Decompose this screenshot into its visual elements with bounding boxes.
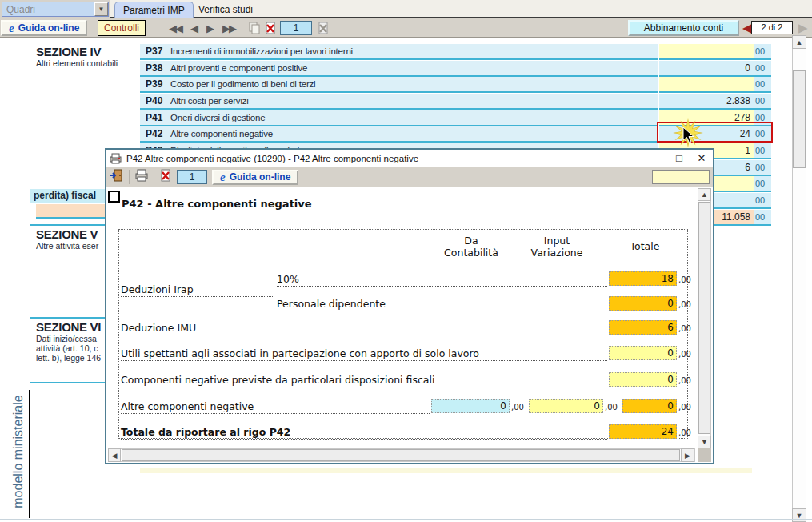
minimize-button[interactable]: – (646, 152, 668, 164)
controlli-button[interactable]: Controlli (98, 20, 146, 36)
row-decimals: 00 (754, 143, 771, 159)
close-icon: ✕ (698, 152, 706, 164)
row-code: P39 (140, 77, 170, 91)
dec-suffix: ,00 (605, 403, 618, 412)
column-header-da-contabilita: Da Contabilità (435, 235, 507, 259)
scrollbar-corner (698, 448, 711, 462)
nav-next-button[interactable]: ▶ (206, 22, 213, 34)
printer-form-icon (109, 153, 123, 164)
scroll-up-button[interactable]: ▲ (792, 35, 806, 49)
dialog-checkbox[interactable] (108, 191, 120, 203)
dialog-hscrollbar-thumb[interactable] (122, 449, 680, 461)
quadri-combobox[interactable]: Quadri ▼ (2, 2, 109, 17)
dec-suffix: ,00 (678, 376, 691, 385)
tab-parametri-imp[interactable]: Parametri IMP (114, 2, 194, 18)
nav-last-button[interactable]: ▶▶ (222, 22, 235, 34)
row-decimals: 00 (754, 77, 771, 93)
close-button[interactable]: ✕ (690, 152, 713, 164)
row-label: Altri costi per servizi (170, 94, 249, 108)
p42-dialog-window: P42 Altre componenti negative (10290) - … (105, 148, 714, 464)
exit-button[interactable] (110, 169, 124, 185)
label-totale-rigo-p42: Totale da riportare al rigo P42 (121, 426, 607, 440)
print-button[interactable] (134, 169, 149, 185)
totale-field-rigo-p42[interactable]: 24 (609, 424, 677, 439)
row-label: Incrementi di immobilizzazioni per lavor… (170, 44, 353, 58)
dialog-scroll-left-button[interactable]: ◀ (108, 448, 121, 462)
label-altre-componenti-negative: Altre componenti negative (121, 400, 430, 414)
dialog-scroll-down-button[interactable]: ▼ (698, 436, 711, 448)
page-number-field[interactable]: 1 (280, 21, 312, 35)
row-decimals: 00 (754, 193, 771, 209)
pager-prev-icon: ◀ (742, 21, 752, 34)
maximize-button[interactable]: □ (668, 152, 690, 164)
column-header-input-variazione: Input Variazione (521, 235, 593, 259)
delete-page-button[interactable] (264, 22, 277, 38)
dialog-toolbar: 1 e Guida on-line (106, 167, 713, 187)
abbinamento-conti-button[interactable]: Abbinamento conti (628, 20, 739, 36)
dialog-title: P42 Altre componenti negative (10290) - … (123, 154, 418, 163)
form-row-p40: P40Altri costi per servizi 2.838 00 (140, 94, 771, 110)
row-value-field[interactable] (659, 44, 754, 60)
dialog-delete-button[interactable] (159, 169, 172, 185)
pager-next-icon: ▶ (798, 21, 808, 34)
label-deduzioni-irap: Deduzioni Irap (121, 283, 273, 297)
dec-suffix: ,00 (678, 403, 691, 412)
delete-page-gray-icon (317, 22, 330, 34)
dialog-page-field[interactable]: 1 (177, 170, 207, 184)
totale-field-utili[interactable]: 0 (609, 346, 677, 360)
row-label: Oneri diversi di gestione (170, 110, 265, 125)
delete-page-disabled-button[interactable] (317, 22, 330, 38)
row-code: P40 (140, 94, 170, 108)
totale-field-imu[interactable]: 6 (609, 320, 677, 335)
nav-first-button[interactable]: ◀◀ (169, 22, 182, 34)
row-decimals: 00 (754, 61, 771, 77)
main-scrollbar-thumb[interactable] (793, 70, 806, 168)
scroll-left-icon: ◀ (112, 452, 118, 460)
totale-field-componenti[interactable]: 0 (609, 372, 677, 387)
nav-last-icon: ▶▶ (222, 22, 235, 34)
label-personale-dipendente: Personale dipendente (277, 298, 607, 311)
dec-suffix: ,00 (678, 300, 691, 309)
totale-field-10-percent[interactable]: 18 (609, 271, 677, 286)
totale-field-altre[interactable]: 0 (622, 399, 677, 413)
dialog-form-box: Da Contabilità Input Variazione Totale 1… (118, 229, 688, 439)
row-value-field[interactable]: 0 (659, 61, 754, 77)
modello-ministeriale-label: modello ministeriale (11, 383, 26, 520)
printer-icon (134, 169, 149, 182)
nav-next-icon: ▶ (206, 22, 213, 34)
dialog-titlebar[interactable]: P42 Altre componenti negative (10290) - … (106, 150, 713, 167)
toolbar-divider (129, 170, 130, 184)
dec-suffix: ,00 (678, 428, 691, 437)
dropdown-arrow-icon[interactable]: ▼ (94, 2, 108, 16)
pager-field[interactable]: 2 di 2 (751, 21, 793, 34)
dialog-scroll-up-button[interactable]: ▲ (698, 188, 711, 201)
copy-page-button[interactable] (248, 22, 261, 38)
input-variazione-field[interactable]: 0 (529, 399, 603, 413)
da-contabilita-field[interactable]: 0 (431, 399, 510, 413)
row-code: P37 (140, 44, 170, 58)
pager-next-button[interactable]: ▶ (798, 21, 808, 35)
nav-first-icon: ◀◀ (169, 22, 182, 34)
tab-verifica-studi[interactable]: Verifica studi (190, 2, 261, 18)
pager-prev-button[interactable]: ◀ (742, 21, 752, 35)
dialog-status-field[interactable] (652, 170, 710, 184)
dialog-vscrollbar-thumb[interactable] (698, 202, 710, 434)
row-label: Altre componenti negative (170, 126, 273, 141)
dialog-scroll-right-button[interactable]: ▶ (681, 448, 694, 462)
vertical-rule (29, 390, 30, 518)
toolbar-divider (154, 170, 154, 184)
row-decimals: 00 (754, 176, 771, 192)
totale-field-personale[interactable]: 0 (609, 296, 677, 311)
scroll-down-icon: ▼ (701, 438, 708, 446)
dialog-guida-button[interactable]: e Guida on-line (212, 170, 298, 185)
exit-door-icon (110, 169, 124, 182)
dialog-heading: P42 - Altre componenti negative (122, 198, 312, 210)
form-partial-band (140, 468, 752, 473)
row-value-field[interactable] (659, 77, 754, 93)
scroll-up-icon: ▲ (701, 191, 708, 199)
dec-suffix: ,00 (678, 275, 691, 284)
nav-prev-button[interactable]: ◀ (190, 22, 197, 34)
guida-online-button[interactable]: e Guida on-line (1, 20, 87, 36)
form-row-p37: P37Incrementi di immobilizzazioni per la… (140, 44, 771, 60)
row-value-field[interactable]: 2.838 (659, 94, 754, 110)
